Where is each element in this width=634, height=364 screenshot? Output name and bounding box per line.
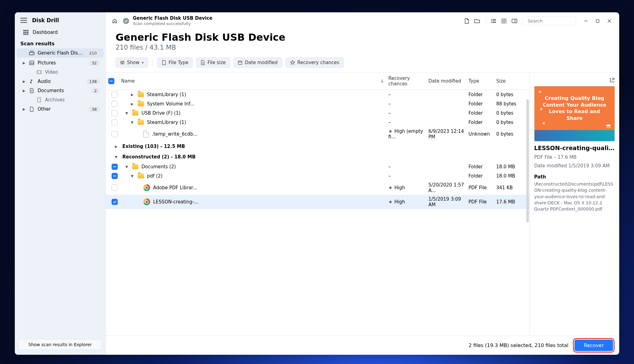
doc-icon: [29, 88, 35, 93]
chrome-icon: [143, 184, 150, 191]
sidebar-item-audio[interactable]: ▶Audio138: [17, 77, 104, 86]
svg-point-10: [33, 53, 33, 54]
col-type[interactable]: Type: [468, 78, 496, 84]
col-recovery[interactable]: Recovery chances: [388, 76, 428, 87]
row-name: System Volume Inf...: [147, 101, 194, 107]
row-size: 0 bytes: [496, 92, 524, 97]
folder-icon[interactable]: [472, 16, 482, 26]
chevron-down-icon[interactable]: ▼: [130, 121, 135, 125]
header-checkbox[interactable]: [108, 78, 121, 84]
page-header: Generic Flash Disk USB Device 210 files …: [106, 28, 619, 54]
row-name: SteamLibrary (1): [147, 92, 186, 97]
svg-rect-5: [27, 32, 28, 33]
sidebar-item-pictures[interactable]: ▶Pictures32: [17, 58, 104, 67]
table-row[interactable]: LESSON-creating-...★High1/5/2019 3:09 AM…: [106, 195, 530, 209]
row-name: pdf (2): [147, 173, 162, 179]
checkbox[interactable]: [112, 101, 118, 107]
device-count: 210: [86, 51, 100, 56]
table-row[interactable]: ▼SteamLibrary (1)–Folder0 bytes: [106, 118, 530, 127]
row-recovery: –: [388, 173, 428, 179]
row-name: USB Drive (F) (1): [141, 110, 181, 116]
row-type: Folder: [468, 164, 496, 170]
search-input[interactable]: [527, 18, 582, 24]
group-reconstructed[interactable]: ▼ Reconstructed (2) - 18.0 MB: [106, 152, 530, 162]
checkbox[interactable]: [112, 92, 118, 98]
filter-date-modified[interactable]: Date modified: [233, 57, 282, 68]
chevron-right-icon: ▶: [22, 80, 26, 84]
sidebar-item-archives[interactable]: Archives: [17, 95, 104, 104]
col-size[interactable]: Size: [496, 78, 524, 84]
table-row[interactable]: ▶System Volume Inf...–Folder88 bytes: [106, 99, 530, 108]
filter-file-size[interactable]: File size: [196, 57, 230, 68]
home-icon[interactable]: [110, 16, 119, 26]
sidebar-item-video[interactable]: Video: [17, 67, 104, 77]
table-row[interactable]: ▶SteamLibrary (1)–Folder0 bytes: [106, 90, 530, 99]
sidebar-item-documents[interactable]: ▶Documents2: [17, 86, 104, 95]
svg-point-43: [121, 62, 122, 63]
grid-view-icon[interactable]: [499, 16, 509, 26]
checkbox[interactable]: [112, 110, 118, 116]
minimize-button[interactable]: [580, 16, 591, 26]
sidebar-item-other[interactable]: ▶Other38: [17, 104, 104, 114]
open-external-icon[interactable]: [609, 77, 615, 83]
preview-filename: LESSON-creating-quality...: [534, 145, 615, 151]
preview-filetype: PDF File – 17.6 MB: [534, 154, 615, 160]
sidebar-dashboard[interactable]: Dashboard: [15, 27, 105, 38]
group-existing[interactable]: ▶ Existing (103) - 12.5 MB: [106, 141, 530, 152]
star-icon: ★: [388, 199, 392, 205]
table-row[interactable]: Adobe PDF Librar...★High5/20/2020 1:57 A…: [106, 181, 530, 195]
divider: [153, 58, 153, 67]
sidebar-device[interactable]: Generic Flash Disk USB... 210: [17, 48, 104, 58]
checkbox[interactable]: [112, 185, 118, 191]
star-icon: [290, 60, 295, 65]
chevron-right-icon[interactable]: ▶: [130, 93, 135, 97]
toolbar-group-left: [460, 16, 484, 26]
table-row[interactable]: ▼USB Drive (F) (1)–Folder0 bytes: [106, 108, 530, 118]
chevron-down-icon[interactable]: ▼: [124, 111, 129, 115]
checkbox[interactable]: [112, 131, 118, 137]
file-icon[interactable]: [462, 16, 471, 26]
row-type: Folder: [468, 101, 496, 107]
chevron-down-icon: ▾: [142, 61, 144, 65]
chevron-right-icon[interactable]: ▶: [130, 102, 135, 106]
svg-rect-29: [501, 22, 503, 23]
table-row[interactable]: .temp_write_6cdb...★High (empty fi...6/9…: [106, 127, 530, 141]
recover-button[interactable]: Recover: [575, 340, 613, 351]
svg-rect-9: [29, 52, 34, 55]
sidebar-item-label: Audio: [38, 79, 83, 84]
filter-show[interactable]: Show ▾: [116, 57, 148, 68]
list-view-icon[interactable]: [489, 16, 498, 26]
menu-icon[interactable]: [20, 18, 27, 23]
filter-recovery-chances[interactable]: Recovery chances: [285, 57, 344, 68]
close-button[interactable]: [604, 16, 615, 26]
svg-rect-24: [493, 21, 496, 21]
svg-rect-27: [501, 18, 503, 20]
svg-rect-7: [25, 34, 27, 35]
row-type: Folder: [468, 120, 496, 125]
scrollbar[interactable]: [526, 99, 529, 223]
chevron-down-icon[interactable]: ▼: [124, 165, 129, 169]
checkbox[interactable]: [112, 119, 118, 125]
folder-icon: [138, 174, 144, 178]
table-row[interactable]: ▼pdf (2)–Folder18.0 MB: [106, 171, 530, 181]
footer-bar: 2 files (19.3 MB) selected, 210 files to…: [106, 336, 619, 355]
chevron-down-icon[interactable]: ▼: [130, 174, 135, 178]
maximize-button[interactable]: [592, 16, 603, 26]
column-headers: Name↓ Recovery chances Date modified Typ…: [106, 72, 530, 90]
sidebar-item-label: Documents: [38, 88, 88, 93]
search-box[interactable]: [524, 17, 576, 25]
show-in-explorer-button[interactable]: Show scan results in Explorer: [18, 339, 102, 350]
checkbox[interactable]: [112, 199, 118, 205]
checkbox[interactable]: [112, 173, 118, 179]
col-date[interactable]: Date modified: [428, 78, 468, 84]
row-recovery: ★High: [388, 185, 428, 190]
filter-file-type-label: File Type: [169, 60, 188, 65]
checkbox[interactable]: [112, 164, 118, 170]
col-name[interactable]: Name↓: [121, 78, 388, 84]
topbar-title-block: Generic Flash Disk USB Device Scan compl…: [133, 15, 212, 26]
table-row[interactable]: ▼Documents (2)–Folder18.0 MB: [106, 162, 530, 171]
filter-file-type[interactable]: File Type: [157, 57, 193, 68]
device-label: Generic Flash Disk USB...: [38, 50, 83, 56]
sidebar-header: Disk Drill: [15, 12, 105, 27]
panel-view-icon[interactable]: [510, 16, 519, 26]
